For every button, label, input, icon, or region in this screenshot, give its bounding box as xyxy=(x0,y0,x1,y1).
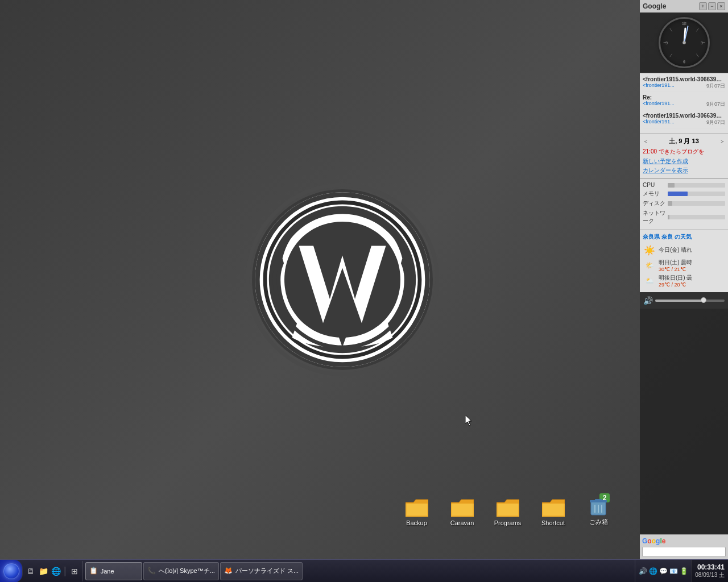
email-date-3: 9月07日 xyxy=(706,119,725,126)
desktop-icons-container: Backup Caravan Programs xyxy=(395,492,620,528)
email-meta-2: <frontier191... 9月07日 xyxy=(643,101,725,108)
weather-dayafter-desc: 明後日(日) 曇 xyxy=(659,274,692,282)
volume-fill xyxy=(655,300,704,302)
google-search-widget: Google xyxy=(640,534,728,560)
desktop-icon-caravan[interactable]: Caravan xyxy=(441,496,483,528)
perf-network-row: ネットワーク xyxy=(643,209,725,225)
weather-tomorrow-row: 🌤️ 明日(土) 曇時 30℃ / 21℃ xyxy=(643,259,725,272)
desktop-icon-programs-label: Programs xyxy=(494,519,522,526)
taskbar-btn-firefox-label: パーソナライズド ス... xyxy=(235,567,299,575)
quick-launch-bar: 🖥 📁 🌐 | ⊞ xyxy=(23,561,83,581)
taskbar-btn-skype-icon: 📞 xyxy=(147,567,156,576)
ql-switch-icon[interactable]: ⊞ xyxy=(69,566,80,577)
system-tray: 🔊 🌐 💬 📧 🔋 xyxy=(635,560,691,583)
email-meta-1: <frontier191... 9月07日 xyxy=(643,82,725,90)
volume-widget: 🔊 xyxy=(640,292,728,309)
google-bar-add-btn[interactable]: + xyxy=(699,2,707,10)
google-bar-min-btn[interactable]: − xyxy=(708,2,716,10)
desktop-icon-backup[interactable]: Backup xyxy=(395,496,438,528)
ql-folder-icon[interactable]: 📁 xyxy=(38,566,49,577)
perf-network-label: ネットワーク xyxy=(643,209,665,225)
volume-track[interactable] xyxy=(655,300,725,302)
perf-cpu-row: CPU xyxy=(643,182,725,188)
weather-today-icon: ☀️ xyxy=(643,243,656,257)
email-item-2[interactable]: Re: <frontier191... 9月07日 xyxy=(643,94,725,110)
perf-disk-bar xyxy=(668,201,725,206)
email-date-2: 9月07日 xyxy=(706,101,725,108)
weather-widget: 奈良県 奈良 の天気 ☀️ 今日(金) 晴れ 🌤️ 明日(土) 曇時 30℃ /… xyxy=(640,230,728,292)
weather-tomorrow-icon: 🌤️ xyxy=(643,259,656,272)
google-top-bar: Google + − × xyxy=(640,0,728,13)
wordpress-logo xyxy=(246,183,439,376)
tray-icon-2[interactable]: 🌐 xyxy=(648,567,657,576)
ql-show-desktop-icon[interactable]: 🖥 xyxy=(25,566,36,577)
mouse-cursor xyxy=(465,415,472,426)
ql-browser-icon[interactable]: 🌐 xyxy=(50,566,61,577)
tray-icon-4[interactable]: 📧 xyxy=(669,567,678,576)
volume-icon: 🔊 xyxy=(643,296,653,305)
email-sender-1: <frontier1915.world-306639@softbank.. xyxy=(643,76,725,82)
performance-widget: CPU メモリ ディスク ネットワーク xyxy=(640,178,728,230)
calendar-next-btn[interactable]: ＞ xyxy=(719,138,725,146)
desktop-icon-trash[interactable]: 2 ごみ箱 xyxy=(577,492,620,528)
weather-tomorrow-temp: 30℃ / 21℃ xyxy=(659,267,692,272)
volume-thumb[interactable] xyxy=(701,297,706,303)
email-sender-3: <frontier1915.world-306639@softbank.. xyxy=(643,113,725,119)
tray-icon-5[interactable]: 🔋 xyxy=(679,567,688,576)
calendar-view-link[interactable]: カレンダーを表示 xyxy=(643,167,725,174)
perf-memory-row: メモリ xyxy=(643,190,725,198)
taskbar-date: 08/09/13 土 xyxy=(695,571,725,579)
start-orb xyxy=(3,563,19,579)
calendar-event: 21:00 できたらブログを xyxy=(643,148,725,156)
taskbar-btn-firefox[interactable]: 🦊 パーソナライズド ス... xyxy=(220,562,303,580)
email-item-1[interactable]: <frontier1915.world-306639@softbank.. <f… xyxy=(643,76,725,92)
start-button[interactable] xyxy=(0,560,23,583)
google-search-input[interactable] xyxy=(642,547,726,557)
desktop: Backup Caravan Programs xyxy=(0,0,728,559)
svg-rect-7 xyxy=(595,499,602,501)
trash-icon: 2 xyxy=(588,493,610,516)
email-meta-3: <frontier191... 9月07日 xyxy=(643,119,725,126)
google-bar-close-btn[interactable]: × xyxy=(717,2,725,10)
weather-tomorrow-desc: 明日(土) 曇時 xyxy=(659,259,692,267)
svg-line-20 xyxy=(669,54,672,57)
calendar-prev-btn[interactable]: ＜ xyxy=(643,138,648,146)
weather-title: 奈良県 奈良 の天気 xyxy=(643,233,725,241)
svg-line-22 xyxy=(669,28,672,32)
tray-icon-3[interactable]: 💬 xyxy=(659,567,668,576)
google-bar-label: Google xyxy=(643,2,666,10)
taskbar-clock[interactable]: 00:33:41 08/09/13 土 xyxy=(691,560,728,583)
perf-network-fill xyxy=(668,215,669,219)
taskbar-btn-skype-label: へ(ﾟo)/| Skype™チ... xyxy=(159,567,215,575)
calendar-new-event-link[interactable]: 新しい予定を作成 xyxy=(643,157,725,165)
folder-icon-backup xyxy=(406,498,428,518)
desktop-icon-programs[interactable]: Programs xyxy=(486,496,529,528)
perf-disk-fill xyxy=(668,201,672,206)
email-date-1: 9月07日 xyxy=(706,82,725,90)
desktop-icon-shortcut[interactable]: Shortcut xyxy=(532,496,574,528)
perf-memory-bar xyxy=(668,192,725,196)
taskbar-btn-skype[interactable]: 📞 へ(ﾟo)/| Skype™チ... xyxy=(143,562,219,580)
perf-memory-label: メモリ xyxy=(643,190,665,198)
tray-icon-1[interactable]: 🔊 xyxy=(638,567,647,576)
desktop-icon-trash-label: ごみ箱 xyxy=(589,518,608,526)
sidebar-panel: Google + − × 12 3 6 9 xyxy=(640,0,728,559)
email-item-3[interactable]: <frontier1915.world-306639@softbank.. <f… xyxy=(643,113,725,128)
taskbar-btn-jane[interactable]: 📋 Jane xyxy=(85,562,142,580)
svg-point-25 xyxy=(682,41,686,44)
weather-today-info: 今日(金) 晴れ xyxy=(659,246,692,254)
perf-cpu-fill xyxy=(668,183,675,188)
taskbar-buttons-area: 📋 Jane 📞 へ(ﾟo)/| Skype™チ... 🦊 パーソナライズド ス… xyxy=(83,561,635,581)
email-from-2: <frontier191... xyxy=(643,101,675,108)
weather-dayafter-row: 🌥️ 明後日(日) 曇 29℃ / 20℃ xyxy=(643,274,725,288)
email-from-3: <frontier191... xyxy=(643,119,675,126)
clock-face: 12 3 6 9 xyxy=(659,17,710,68)
svg-line-18 xyxy=(696,54,698,57)
email-from-1: <frontier191... xyxy=(643,82,675,90)
calendar-header: ＜ 土, 9 月 13 ＞ xyxy=(643,137,725,146)
svg-line-16 xyxy=(696,28,698,32)
perf-disk-row: ディスク xyxy=(643,199,725,207)
clock-widget: 12 3 6 9 xyxy=(640,13,728,73)
taskbar-time: 00:33:41 xyxy=(697,563,725,571)
taskbar: 🖥 📁 🌐 | ⊞ 📋 Jane 📞 へ(ﾟo)/| Skype™チ... 🦊 … xyxy=(0,559,728,582)
